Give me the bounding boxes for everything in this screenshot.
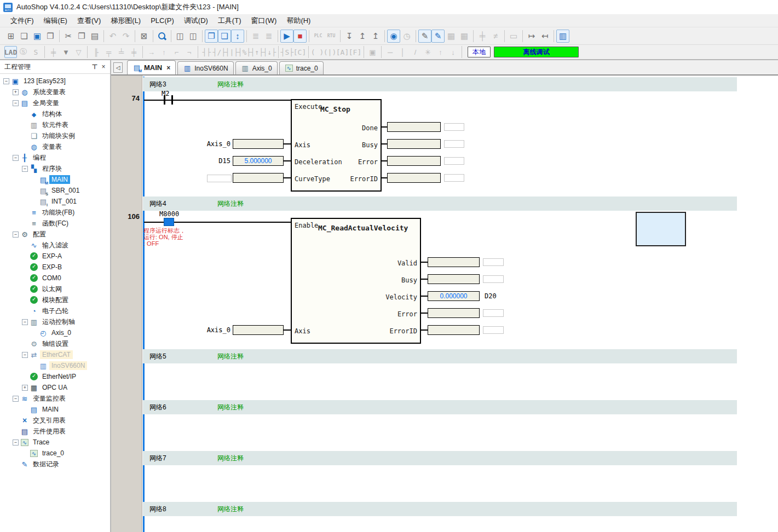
network6-header[interactable]: 网络6 网络注释 <box>143 400 737 414</box>
upload-button[interactable]: ↥ <box>356 30 369 43</box>
network7-header[interactable]: 网络7 网络注释 <box>143 451 737 465</box>
tree-item-axis-group-settings[interactable]: 轴组设置 <box>0 338 110 349</box>
tree-item-sbr-001[interactable]: SBR_001 <box>0 185 110 196</box>
arrow-down-open-button[interactable]: ▽ <box>72 46 85 58</box>
coil-invert-button[interactable]: (|) <box>324 46 336 58</box>
save-button[interactable]: ▣ <box>31 30 44 43</box>
errorid-operand-box[interactable] <box>483 326 504 334</box>
line-horizontal-button[interactable]: ─ <box>384 46 396 58</box>
tree-item-data-log[interactable]: 数据记录 <box>0 459 110 470</box>
tree-item-motion-control-axis[interactable]: 运动控制轴 <box>0 316 110 327</box>
line-vertical-button[interactable]: │ <box>396 46 409 58</box>
expander-icon[interactable] <box>13 155 19 161</box>
menu-ladder[interactable]: 梯形图(L) <box>106 14 146 27</box>
branch-open-button[interactable]: ╟ <box>90 46 102 58</box>
menu-file[interactable]: 文件(F) <box>5 14 39 27</box>
export-window-button[interactable]: ❏ <box>218 30 231 43</box>
branch-cross-button[interactable]: ╪ <box>128 46 140 58</box>
insert-function-block-button[interactable]: ▣ <box>366 46 379 58</box>
selection-rectangle[interactable] <box>636 212 686 246</box>
errorid-value-box[interactable] <box>387 173 441 183</box>
arrow-down-solid-button[interactable]: ▼ <box>60 46 72 58</box>
download-button[interactable]: ↧ <box>343 30 356 43</box>
expander-icon[interactable] <box>13 100 19 106</box>
menu-view[interactable]: 查看(V) <box>72 14 106 27</box>
curvetype-value-box[interactable] <box>233 173 284 183</box>
tree-item-trace[interactable]: Trace <box>0 437 110 448</box>
contact-no-button[interactable]: ┤├ <box>200 46 213 58</box>
errorid-value-box[interactable] <box>428 325 480 335</box>
mc-stop-block[interactable]: Execute MC_Stop Done Busy Error ErrorID … <box>291 99 382 192</box>
network3-comment[interactable]: 网络注释 <box>217 80 244 89</box>
error-value-box[interactable] <box>387 156 441 166</box>
step-into-button[interactable]: ↦ <box>525 30 538 43</box>
tab-axis-0[interactable]: Axis_0 <box>235 61 278 74</box>
contact-no-symbol[interactable] <box>171 95 173 105</box>
contact-falling-button[interactable]: ┤↓├ <box>263 46 276 58</box>
axis-operand[interactable]: Axis_0 <box>144 140 230 148</box>
errorid-operand-box[interactable] <box>444 174 464 182</box>
axis-operand[interactable]: Axis_0 <box>144 326 230 334</box>
expander-icon[interactable] <box>22 166 28 172</box>
contact-operand[interactable]: M8000 <box>159 210 179 218</box>
tab-trace-0[interactable]: trace_0 <box>279 61 324 74</box>
check-all-programs-button[interactable]: ≣ <box>262 30 275 43</box>
search-button[interactable] <box>155 30 169 43</box>
tree-item-trace-0[interactable]: trace_0 <box>0 448 110 459</box>
undo-button[interactable]: ↶ <box>106 30 119 43</box>
network8-comment[interactable]: 网络注释 <box>217 505 244 514</box>
branch-merge-button[interactable]: ╧ <box>115 46 128 58</box>
tree-item-exp-b[interactable]: EXP-B <box>0 262 110 273</box>
busy-value-box[interactable] <box>387 139 441 149</box>
network6-comment[interactable]: 网络注释 <box>217 403 244 412</box>
expander-icon[interactable] <box>13 396 19 402</box>
compile-all-button[interactable]: ▦ <box>458 30 471 43</box>
menu-debug[interactable]: 调试(D) <box>179 14 213 27</box>
axis-value-box[interactable] <box>233 139 284 149</box>
tree-item-programming[interactable]: 编程 <box>0 152 110 163</box>
tree-item-ethernet-ip[interactable]: EtherNet/IP <box>0 371 110 382</box>
lad-view-button[interactable]: LAD <box>4 46 17 58</box>
contact-nc-button[interactable]: ┤/├ <box>213 46 226 58</box>
menu-window[interactable]: 窗口(W) <box>246 14 281 27</box>
tree-item-opc-ua[interactable]: OPC UA <box>0 382 110 393</box>
velocity-value-box[interactable]: 0.000000 <box>428 291 480 301</box>
tree-item-struct[interactable]: 结构体 <box>0 108 110 119</box>
valid-operand-box[interactable] <box>483 258 504 266</box>
save-all-button[interactable]: ❒ <box>44 30 57 43</box>
variable-sort-button[interactable]: ↕ <box>231 30 244 43</box>
tree-item-function-blocks[interactable]: 功能块(FB) <box>0 207 110 218</box>
line-down-button[interactable]: ↓ <box>447 46 459 58</box>
cut-button[interactable]: ✂ <box>62 30 75 43</box>
contact-parallel-nc-button[interactable]: ┤%├ <box>238 46 251 58</box>
tree-item-int-001[interactable]: INT_001 <box>0 196 110 207</box>
tree-item-functions[interactable]: 函数(FC) <box>0 218 110 229</box>
duplicate-window-button[interactable]: ❐ <box>205 30 218 43</box>
close-icon[interactable]: × <box>99 62 108 71</box>
menu-help[interactable]: 帮助(H) <box>281 14 315 27</box>
tree-item-element-usage-table[interactable]: 元件使用表 <box>0 426 110 437</box>
sfc-step-button[interactable]: Ⓢ <box>17 46 30 58</box>
contact-operand[interactable]: M2 <box>162 90 169 97</box>
divider-button[interactable]: ╪ <box>47 46 60 58</box>
counter-button[interactable]: [C] <box>293 46 306 58</box>
coil-button[interactable]: ( ) <box>311 46 324 58</box>
expander-icon[interactable] <box>13 440 19 446</box>
tree-item-ethercat[interactable]: EtherCAT <box>0 349 110 360</box>
copy-button[interactable]: ❐ <box>75 30 88 43</box>
expander-icon[interactable] <box>13 89 19 95</box>
redo-button[interactable]: ↷ <box>119 30 132 43</box>
network7-comment[interactable]: 网络注释 <box>217 454 244 463</box>
busy-operand-box[interactable] <box>483 275 504 283</box>
tree-item-electronic-cam[interactable]: 电子凸轮 <box>0 305 110 316</box>
rtu-config-button[interactable]: RTU <box>325 30 338 43</box>
memory-view-button[interactable]: ▥ <box>556 30 569 43</box>
branch-close-button[interactable]: ╤ <box>102 46 115 58</box>
busy-operand-box[interactable] <box>444 140 464 148</box>
contact-energized-symbol[interactable] <box>164 218 174 226</box>
tree-item-cross-reference-table[interactable]: 交叉引用表 <box>0 415 110 426</box>
mc-readactualvelocity-block[interactable]: Enable MC_ReadActualVelocity Valid Busy … <box>291 218 421 344</box>
usb-test-button[interactable]: ▭ <box>507 30 520 43</box>
wire-right-button[interactable]: → <box>145 46 158 58</box>
tree-item-configuration[interactable]: 配置 <box>0 229 110 240</box>
